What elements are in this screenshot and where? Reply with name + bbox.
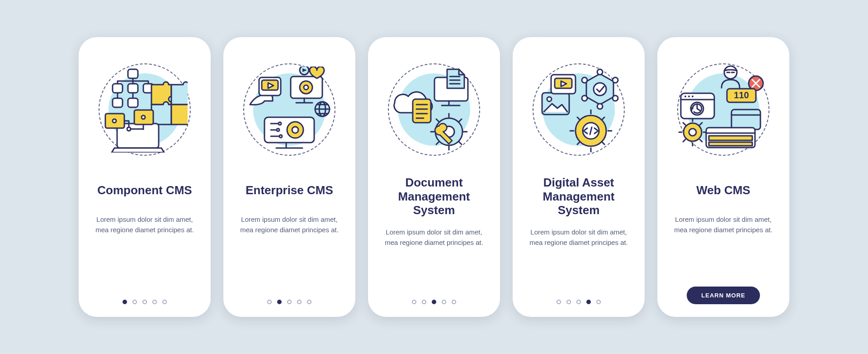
dot-4[interactable] [152,300,157,304]
learn-more-button[interactable]: LEARN MORE [687,287,760,304]
svg-point-10 [142,115,145,119]
dot-4[interactable] [586,300,591,304]
dot-3[interactable] [142,300,147,304]
dot-3[interactable] [432,300,436,304]
pagination-dots[interactable] [412,300,456,304]
dot-2[interactable] [277,300,282,304]
svg-point-49 [692,96,693,97]
onboarding-card-component-cms: Component CMS Lorem ipsum dolor sit dim … [79,37,211,317]
enterprise-cms-illustration [240,59,339,160]
svg-point-16 [304,85,308,90]
dot-2[interactable] [566,300,571,304]
onboarding-card-web-cms: 110 [657,37,789,317]
document-management-illustration [384,59,484,160]
svg-rect-53 [731,110,760,129]
card-description: Lorem ipsum dolor sit dim amet, mea regi… [90,215,200,235]
svg-point-36 [613,77,618,83]
svg-rect-55 [709,136,752,140]
svg-point-38 [597,104,603,109]
card-description: Lorem ipsum dolor sit dim amet, mea regi… [234,215,344,235]
svg-rect-2 [128,84,138,93]
svg-point-47 [684,96,686,97]
svg-point-25 [279,135,282,138]
dot-5[interactable] [452,300,456,304]
svg-point-39 [582,96,587,101]
svg-point-37 [613,96,618,101]
card-description: Lorem ipsum dolor sit dim amet, mea regi… [668,215,778,235]
svg-point-48 [688,96,690,97]
dot-5[interactable] [162,300,167,304]
dot-3[interactable] [576,300,581,304]
svg-rect-1 [113,84,123,93]
onboarding-card-enterprise-cms: Enterprise CMS Lorem ipsum dolor sit dim… [223,37,355,317]
pagination-dots[interactable] [267,300,311,304]
component-cms-illustration [95,59,194,160]
svg-point-40 [582,77,587,83]
svg-rect-4 [113,98,123,107]
dot-1[interactable] [267,300,272,304]
dot-3[interactable] [287,300,292,304]
card-description: Lorem ipsum dolor sit dim amet, mea regi… [379,227,489,248]
onboarding-card-document-management: Document Management System Lorem ipsum d… [368,37,500,317]
card-description: Lorem ipsum dolor sit dim amet, mea regi… [524,227,634,248]
svg-rect-56 [709,142,752,146]
dot-2[interactable] [132,300,137,304]
card-title: Enterprise CMS [245,176,333,205]
svg-point-22 [292,127,298,133]
svg-point-11 [127,127,131,131]
onboarding-card-digital-asset: Digital Asset Management System Lorem ip… [513,37,645,317]
digital-asset-illustration [529,59,628,160]
dot-5[interactable] [307,300,311,304]
card-title: Digital Asset Management System [524,176,634,217]
svg-point-24 [277,129,279,131]
dot-4[interactable] [297,300,302,304]
card-title: Document Management System [379,176,489,217]
svg-point-31 [547,97,552,101]
dot-4[interactable] [442,300,446,304]
svg-rect-0 [128,69,138,78]
pagination-dots[interactable] [123,300,167,304]
dot-1[interactable] [412,300,416,304]
svg-rect-5 [128,98,138,107]
svg-point-35 [597,69,603,75]
dot-1[interactable] [557,300,561,304]
dot-1[interactable] [123,300,127,304]
svg-rect-27 [413,99,431,123]
svg-point-23 [278,122,281,125]
svg-point-8 [113,119,116,123]
svg-text:110: 110 [734,90,749,100]
dot-5[interactable] [596,300,601,304]
card-title: Component CMS [97,176,192,205]
dot-2[interactable] [422,300,426,304]
web-cms-illustration: 110 [674,59,773,160]
svg-point-34 [594,83,606,96]
pagination-dots[interactable] [557,300,601,304]
svg-point-52 [689,129,696,136]
card-title: Web CMS [696,176,750,205]
